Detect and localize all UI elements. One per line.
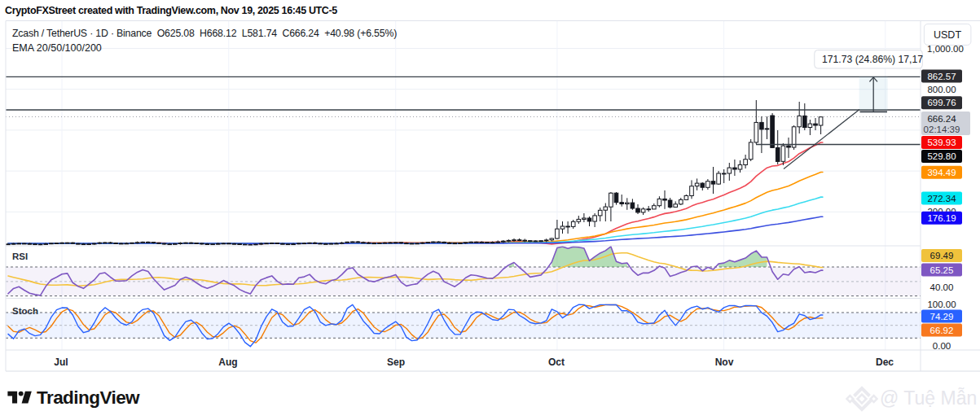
svg-text:Oct: Oct <box>548 357 565 368</box>
svg-text:02:14:39: 02:14:39 <box>924 125 960 134</box>
svg-text:699.76: 699.76 <box>927 98 956 107</box>
svg-text:Nov: Nov <box>715 357 734 368</box>
svg-text:Zcash / TetherUS · 1D · Binanc: Zcash / TetherUS · 1D · Binance O625.08 … <box>12 28 397 39</box>
svg-text:TradingView: TradingView <box>37 387 140 408</box>
svg-text:Sep: Sep <box>387 357 405 368</box>
svg-text:EMA 20/50/100/200: EMA 20/50/100/200 <box>12 42 102 54</box>
svg-text:0.00: 0.00 <box>933 341 951 351</box>
svg-text:176.19: 176.19 <box>927 213 956 223</box>
svg-text:@ Tuệ Mẫn: @ Tuệ Mẫn <box>880 387 977 409</box>
svg-text:272.34: 272.34 <box>927 194 956 203</box>
svg-text:100.00: 100.00 <box>927 300 956 309</box>
svg-text:862.57: 862.57 <box>927 72 956 81</box>
svg-text:CryptoFXStreet created with Tr: CryptoFXStreet created with TradingView.… <box>5 5 337 16</box>
svg-text:394.49: 394.49 <box>927 168 956 177</box>
svg-text:RSI: RSI <box>12 252 28 261</box>
svg-text:800.00: 800.00 <box>927 85 956 94</box>
svg-text:74.29: 74.29 <box>930 312 954 322</box>
svg-text:Stoch: Stoch <box>12 306 38 316</box>
svg-text:40.00: 40.00 <box>930 282 954 292</box>
svg-text:Dec: Dec <box>876 357 894 368</box>
svg-text:USDT: USDT <box>934 29 961 41</box>
svg-text:66.92: 66.92 <box>930 326 954 335</box>
svg-text:Aug: Aug <box>218 357 237 368</box>
svg-text:171.73 (24.86%) 17,17: 171.73 (24.86%) 17,17 <box>822 54 923 65</box>
svg-text:Jul: Jul <box>54 357 68 368</box>
svg-text:539.93: 539.93 <box>927 138 956 147</box>
svg-text:65.25: 65.25 <box>930 265 954 275</box>
svg-text:69.49: 69.49 <box>930 251 954 260</box>
svg-text:529.80: 529.80 <box>927 151 956 161</box>
svg-text:666.24: 666.24 <box>927 114 956 124</box>
